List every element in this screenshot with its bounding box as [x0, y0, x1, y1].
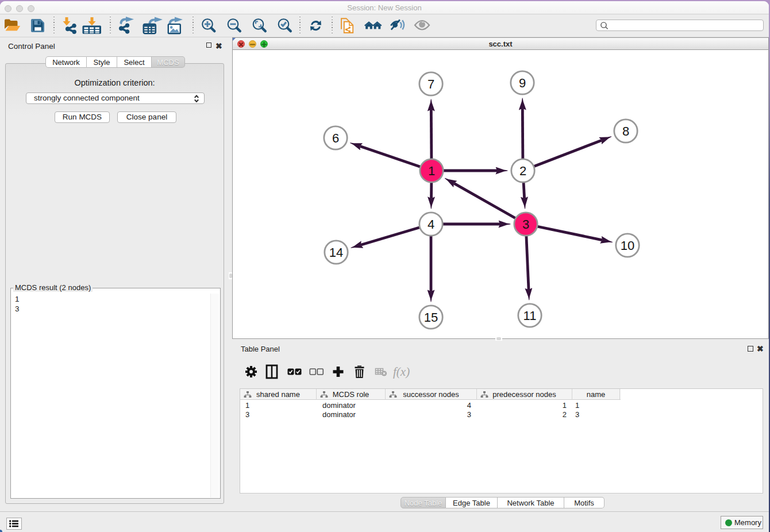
svg-text:2: 2 [519, 164, 526, 178]
svg-text:3: 3 [522, 217, 529, 232]
svg-text:14: 14 [329, 245, 343, 260]
svg-text:1: 1 [428, 164, 435, 178]
svg-text:8: 8 [622, 124, 629, 138]
svg-text:4: 4 [428, 217, 434, 232]
svg-text:6: 6 [332, 131, 339, 145]
svg-text:10: 10 [621, 238, 634, 253]
svg-text:15: 15 [424, 310, 438, 325]
svg-text:9: 9 [519, 76, 526, 90]
svg-text:7: 7 [428, 77, 434, 91]
svg-text:f(x): f(x) [393, 365, 410, 379]
svg-text:11: 11 [523, 309, 537, 323]
